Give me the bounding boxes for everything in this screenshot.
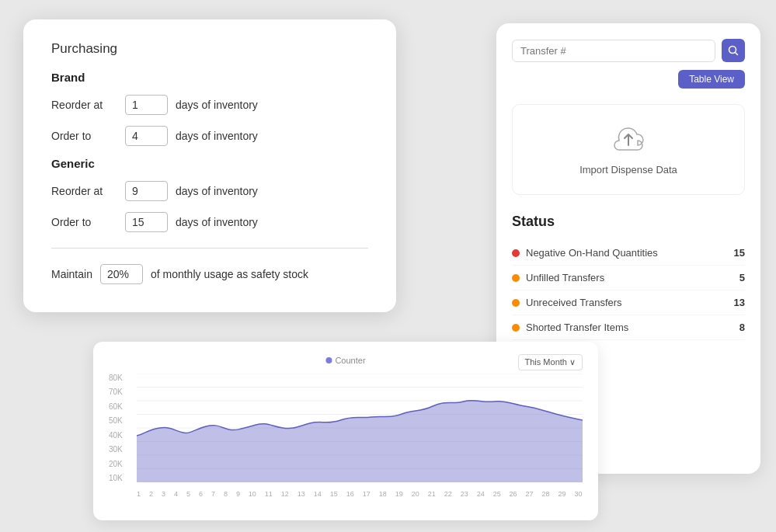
brand-reorder-input[interactable] bbox=[125, 95, 168, 115]
this-month-button[interactable]: This Month ∨ bbox=[518, 354, 583, 370]
card-title: Purchasing bbox=[51, 41, 368, 57]
status-item: Shorted Transfer Items 8 bbox=[512, 315, 745, 340]
maintain-suffix: of monthly usage as safety stock bbox=[151, 268, 308, 280]
brand-reorder-row: Reorder at days of inventory bbox=[51, 95, 368, 115]
generic-reorder-label: Reorder at bbox=[51, 185, 125, 197]
status-label: Unfilled Transfers bbox=[526, 272, 604, 283]
transfer-search-row bbox=[512, 39, 745, 62]
status-dot-orange bbox=[512, 324, 520, 332]
status-count: 13 bbox=[734, 297, 745, 308]
generic-reorder-row: Reorder at days of inventory bbox=[51, 181, 368, 201]
import-card[interactable]: Import Dispense Data bbox=[512, 104, 745, 195]
purchasing-card: Purchasing Brand Reorder at days of inve… bbox=[23, 19, 396, 312]
status-label: Shorted Transfer Items bbox=[526, 322, 628, 333]
status-count: 5 bbox=[739, 272, 745, 283]
brand-section-title: Brand bbox=[51, 71, 368, 84]
search-button[interactable] bbox=[722, 39, 745, 62]
status-item: Unfilled Transfers 5 bbox=[512, 266, 745, 290]
status-title: Status bbox=[512, 214, 745, 230]
status-dot-red bbox=[512, 249, 520, 257]
chart-area: 80K 70K 60K 50K 40K 30K 20K 10K bbox=[109, 374, 583, 498]
generic-order-label: Order to bbox=[51, 216, 125, 228]
x-axis-labels: 1 2 3 4 5 6 7 8 9 10 11 12 13 14 15 16 1… bbox=[137, 490, 583, 498]
brand-reorder-label: Reorder at bbox=[51, 99, 125, 111]
generic-order-row: Order to days of inventory bbox=[51, 212, 368, 232]
status-count: 8 bbox=[739, 322, 745, 333]
brand-order-input[interactable] bbox=[125, 126, 168, 146]
legend-dot bbox=[325, 357, 332, 363]
generic-order-input[interactable] bbox=[125, 212, 168, 232]
chart-legend: Counter bbox=[325, 356, 365, 365]
svg-line-1 bbox=[736, 53, 738, 55]
brand-order-label: Order to bbox=[51, 130, 125, 142]
maintain-label: Maintain bbox=[51, 268, 92, 280]
generic-reorder-suffix: days of inventory bbox=[176, 185, 258, 197]
status-label: Unreceived Transfers bbox=[526, 297, 622, 308]
status-item: Unreceived Transfers 13 bbox=[512, 290, 745, 315]
divider bbox=[51, 248, 368, 249]
brand-reorder-suffix: days of inventory bbox=[176, 99, 258, 111]
transfer-input[interactable] bbox=[512, 40, 715, 62]
status-label: Negative On-Hand Quantities bbox=[526, 247, 658, 259]
status-item: Negative On-Hand Quantities 15 bbox=[512, 241, 745, 266]
generic-reorder-input[interactable] bbox=[125, 181, 168, 201]
chart-card: Counter This Month ∨ 80K 70K 60K 50K 40K… bbox=[93, 342, 598, 520]
table-view-button[interactable]: Table View bbox=[678, 70, 745, 89]
import-label: Import Dispense Data bbox=[579, 164, 677, 176]
generic-section-title: Generic bbox=[51, 157, 368, 170]
cloud-upload-icon bbox=[611, 123, 646, 158]
brand-order-row: Order to days of inventory bbox=[51, 126, 368, 146]
status-dot-orange bbox=[512, 299, 520, 307]
generic-order-suffix: days of inventory bbox=[176, 216, 258, 228]
status-list: Negative On-Hand Quantities 15 Unfilled … bbox=[512, 241, 745, 340]
chart-svg bbox=[137, 374, 583, 482]
maintain-input[interactable] bbox=[100, 264, 143, 284]
maintain-row: Maintain of monthly usage as safety stoc… bbox=[51, 264, 368, 284]
y-axis-labels: 80K 70K 60K 50K 40K 30K 20K 10K bbox=[109, 374, 134, 482]
brand-order-suffix: days of inventory bbox=[176, 130, 258, 142]
status-dot-orange bbox=[512, 274, 520, 282]
legend-label: Counter bbox=[335, 356, 365, 365]
status-count: 15 bbox=[734, 247, 745, 259]
